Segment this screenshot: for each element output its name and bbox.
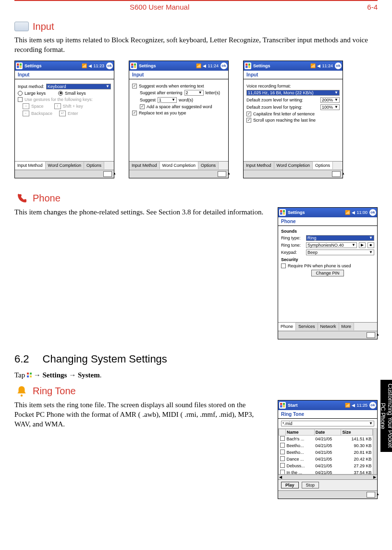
suggest-after-dropdown[interactable]: 2▼ (184, 90, 204, 96)
tab-input-method[interactable]: Input Method (129, 161, 160, 169)
suggest-n-dropdown[interactable]: 1▼ (158, 97, 177, 103)
tab-phone[interactable]: Phone (278, 322, 296, 330)
zoom-typing-dropdown[interactable]: 100%▼ (320, 104, 340, 110)
sip-icon[interactable] (332, 171, 341, 177)
keyboard-icon (14, 21, 29, 32)
col-name[interactable]: Name (286, 429, 315, 435)
phone-heading: Phone (14, 193, 378, 204)
chapter-side-tab: Customizing Your Pocket PC Phone (380, 380, 392, 452)
require-pin-checkbox[interactable] (281, 263, 286, 268)
tab-network[interactable]: Network (318, 322, 339, 330)
tab-word-completion[interactable]: Word Completion (274, 161, 313, 169)
ring-type-dropdown[interactable]: Ring▼ (306, 235, 374, 241)
require-pin-label: Require PIN when phone is used (288, 263, 351, 268)
page-header: S600 User Manual 6-4 (14, 0, 378, 17)
suggest-words-label: Suggest words when entering text (139, 84, 204, 88)
sip-icon[interactable] (218, 171, 226, 177)
row-checkbox[interactable] (280, 436, 285, 441)
large-keys-label: Large keys (24, 91, 46, 96)
row-checkbox[interactable] (280, 450, 285, 454)
stop-icon[interactable]: ■ (368, 242, 374, 248)
manual-title: S600 User Manual (130, 3, 189, 11)
filter-dropdown[interactable]: *.mid▼ (281, 421, 374, 426)
play-button[interactable]: Play (281, 482, 299, 488)
row-checkbox[interactable] (280, 463, 285, 468)
signal-icon: 📶 (196, 63, 201, 68)
sip-icon[interactable] (103, 171, 112, 177)
start-icon[interactable] (130, 62, 137, 69)
sip-icon[interactable] (367, 492, 375, 498)
zoom-typing-label: Default zoom level for typing: (246, 105, 318, 110)
input-method-dropdown[interactable]: Keyboard▼ (46, 84, 111, 89)
ok-button[interactable]: ok (369, 209, 376, 216)
section-title: Changing System Settings (43, 353, 167, 365)
tray-icons: 📶 ◀ 11:25 (345, 403, 368, 408)
col-size[interactable]: Size (341, 429, 373, 435)
speaker-icon: ◀ (352, 403, 355, 408)
sip-icon[interactable] (367, 332, 375, 338)
start-icon[interactable] (245, 62, 251, 69)
tab-input-method[interactable]: Input Method (15, 161, 46, 169)
ok-button[interactable]: ok (369, 402, 376, 409)
large-keys-radio[interactable] (18, 91, 23, 96)
table-row[interactable]: Beetho...04/21/0590.30 KB (279, 442, 373, 449)
tray-icons: 📶 ◀ 11:24 (310, 63, 333, 68)
add-space-checkbox[interactable]: ✓ (140, 104, 145, 109)
tab-word-completion[interactable]: Word Completion (46, 161, 84, 169)
tab-word-completion[interactable]: Word Completion (160, 161, 198, 169)
tray-icons: 📶 ◀ 11:23 (82, 63, 104, 68)
cell-size: 37.54 KB (341, 469, 373, 474)
tray-icons: 📶 ◀ 11:24 (196, 63, 219, 68)
ok-button[interactable]: ok (335, 62, 342, 69)
table-row[interactable]: Dance ...04/21/0520.42 KB (279, 456, 373, 462)
gestures-checkbox[interactable] (18, 97, 23, 102)
tab-more[interactable]: More (339, 322, 355, 330)
tab-services[interactable]: Services (296, 322, 318, 330)
screenshot-input-method: Settings 📶 ◀ 11:23 ok Input Input method… (14, 61, 114, 178)
ok-button[interactable]: ok (106, 62, 113, 69)
screenshot-phone: Settings 📶 ◀ 11:00 ok Phone Sounds Ring … (278, 207, 378, 339)
stop-button[interactable]: Stop (302, 482, 319, 488)
cell-date: 04/21/05 (314, 469, 341, 474)
tab-options[interactable]: Options (198, 161, 219, 169)
replace-checkbox[interactable]: ✓ (132, 111, 137, 115)
table-row[interactable]: Debuss...04/21/0527.29 KB (279, 462, 373, 469)
titlebar-title: Settings (139, 63, 194, 68)
table-row[interactable]: Bach's ...04/21/05141.51 KB (279, 435, 373, 442)
table-row[interactable]: In the ...04/21/0537.54 KB (279, 469, 373, 474)
small-keys-radio[interactable] (58, 91, 63, 96)
ring-tone-dropdown[interactable]: SymphoniesNO.40▼ (306, 242, 357, 248)
start-icon[interactable] (16, 62, 23, 69)
row-checkbox[interactable] (280, 443, 285, 448)
scroll-last-checkbox[interactable]: ✓ (246, 118, 251, 123)
start-icon[interactable] (279, 402, 286, 409)
vertical-scrollbar[interactable] (373, 429, 377, 474)
input-heading-label: Input (33, 21, 54, 32)
ok-button[interactable]: ok (220, 62, 227, 69)
gestures-label: Use gestures for the following keys: (24, 97, 93, 102)
add-space-label: Add a space after suggested word (147, 104, 212, 109)
suggest-words-checkbox[interactable]: ✓ (132, 84, 137, 88)
screen-title: Ring Tone (278, 410, 377, 419)
clock: 11:00 (356, 210, 368, 215)
cell-date: 04/21/05 (314, 456, 341, 462)
zoom-writing-dropdown[interactable]: 200%▼ (320, 97, 340, 103)
capitalize-checkbox[interactable]: ✓ (246, 112, 251, 116)
signal-icon: 📶 (345, 210, 350, 215)
tab-input-method[interactable]: Input Method (244, 161, 274, 169)
tab-options[interactable]: Options (313, 161, 333, 169)
change-pin-button[interactable]: Change PIN (311, 270, 343, 276)
horizontal-scrollbar[interactable]: ◀▶ (278, 475, 377, 479)
suggest-n-label-b: word(s) (179, 98, 193, 102)
cell-size: 20.81 KB (341, 449, 373, 456)
play-icon[interactable]: ▶ (359, 242, 366, 248)
row-checkbox[interactable] (280, 470, 285, 474)
tab-options[interactable]: Options (84, 161, 104, 169)
voice-format-dropdown[interactable]: 11,025 Hz, 16 Bit, Mono (22 KB/s)▼ (246, 90, 340, 96)
col-date[interactable]: Date (314, 429, 341, 435)
row-checkbox[interactable] (280, 456, 285, 461)
clock: 11:23 (93, 63, 104, 68)
keypad-dropdown[interactable]: Beep▼ (306, 250, 374, 255)
table-row[interactable]: Beetho...04/21/0520.81 KB (279, 449, 373, 456)
start-icon[interactable] (279, 209, 286, 216)
